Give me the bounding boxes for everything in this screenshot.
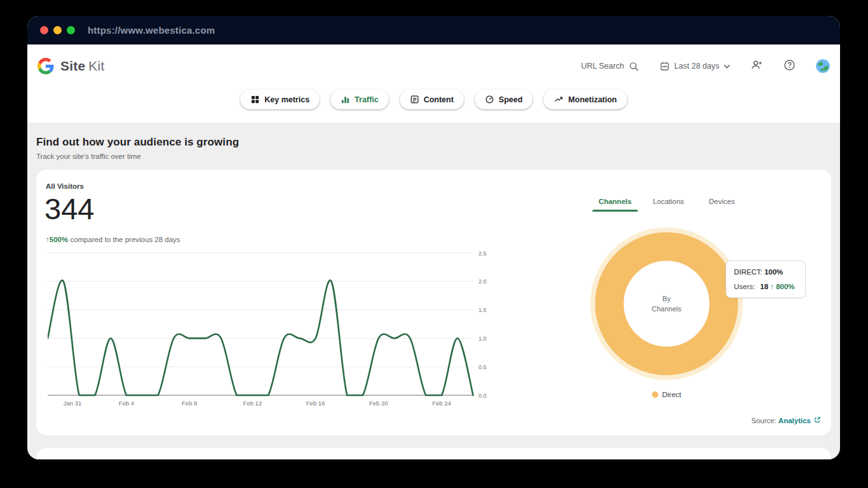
analytics-link[interactable]: Analytics — [778, 417, 811, 424]
brand-site: Site — [60, 58, 85, 73]
visitors-change: ↑500% compared to the previous 28 days — [46, 236, 180, 243]
up-arrow-icon: ↑ — [770, 283, 774, 290]
browser-titlebar: https://www.webestica.com — [27, 16, 840, 44]
channels-donut-chart[interactable]: By Channels — [587, 224, 746, 383]
add-user-icon[interactable] — [750, 58, 763, 74]
line-chart-svg: 0.00.51.01.52.02.5Jan 31Feb 4Feb 8Feb 12… — [48, 245, 492, 410]
svg-text:Feb 16: Feb 16 — [306, 400, 325, 407]
brand-kit: Kit — [88, 58, 104, 73]
svg-text:1.5: 1.5 — [478, 307, 487, 313]
calendar-icon — [660, 61, 670, 71]
window-controls — [40, 26, 75, 34]
tab-label: Traffic — [355, 95, 379, 104]
maximize-window-button[interactable] — [67, 26, 75, 34]
donut-center-label: By Channels — [587, 224, 746, 383]
all-visitors-value: 344 — [44, 191, 94, 226]
chevron-down-icon — [724, 62, 730, 71]
source-prefix: Source: — [751, 417, 776, 424]
close-window-button[interactable] — [40, 26, 48, 34]
url-search-button[interactable]: URL Search — [581, 61, 639, 72]
google-g-icon — [37, 58, 54, 74]
svg-text:Feb 12: Feb 12 — [243, 400, 262, 407]
minimize-window-button[interactable] — [53, 26, 62, 34]
svg-text:1.0: 1.0 — [478, 336, 487, 342]
donut-legend: Direct — [603, 391, 730, 398]
svg-text:Feb 24: Feb 24 — [432, 400, 451, 407]
url-search-label: URL Search — [581, 62, 624, 71]
browser-window: https://www.webestica.com SiteKit URL Se… — [27, 16, 840, 459]
brand-text: SiteKit — [60, 58, 104, 74]
change-percent: 500% — [50, 236, 68, 243]
svg-text:Feb 20: Feb 20 — [369, 400, 388, 407]
tab-label: Monetization — [568, 95, 616, 104]
speed-icon — [485, 95, 494, 104]
user-avatar[interactable] — [816, 59, 830, 73]
svg-text:0.5: 0.5 — [478, 364, 487, 370]
tooltip-users-value: 18 — [760, 283, 768, 290]
address-bar-url[interactable]: https://www.webestica.com — [88, 25, 215, 36]
legend-color-dot — [652, 391, 658, 398]
trend-icon — [553, 95, 564, 104]
svg-text:2.0: 2.0 — [478, 278, 487, 285]
tab-content[interactable]: Content — [400, 90, 464, 109]
section-subtitle: Track your site’s traffic over time — [36, 152, 831, 160]
all-visitors-label: All Visitors — [46, 182, 84, 190]
search-icon — [628, 61, 639, 72]
tooltip-channel-value: 100% — [764, 268, 783, 276]
svg-text:Jan 31: Jan 31 — [64, 400, 82, 407]
tab-label: Speed — [499, 95, 523, 104]
grid-icon — [250, 95, 260, 104]
tooltip-users-label: Users: — [734, 283, 755, 290]
tooltip-users-change: 800% — [776, 283, 794, 290]
svg-text:Feb 4: Feb 4 — [119, 400, 134, 407]
tab-locations[interactable]: Locations — [642, 198, 695, 212]
section-title: Find out how your audience is growing — [36, 136, 831, 149]
donut-tooltip: DIRECT: 100% Users: 18 ↑ 800% — [726, 261, 806, 298]
sitekit-logo[interactable]: SiteKit — [37, 58, 104, 74]
tab-traffic[interactable]: Traffic — [330, 90, 389, 109]
content-icon — [410, 95, 419, 104]
tab-devices[interactable]: Devices — [695, 198, 749, 212]
visitors-card: All Visitors 344 ↑500% compared to the p… — [36, 170, 831, 435]
audience-section-header: Find out how your audience is growing Tr… — [27, 123, 840, 160]
svg-text:Feb 8: Feb 8 — [182, 400, 197, 407]
tab-label: Key metrics — [264, 95, 309, 104]
visitors-line-chart[interactable]: 0.00.51.01.52.02.5Jan 31Feb 4Feb 8Feb 12… — [48, 245, 492, 410]
svg-text:2.5: 2.5 — [478, 250, 487, 257]
date-range-label: Last 28 days — [674, 62, 719, 71]
help-icon[interactable] — [783, 59, 796, 74]
header-actions: URL Search Last 28 days — [581, 58, 830, 74]
tab-key-metrics[interactable]: Key metrics — [240, 90, 320, 109]
tooltip-channel-label: DIRECT: — [734, 268, 763, 276]
sitekit-header: SiteKit URL Search Last 28 days — [27, 44, 840, 88]
svg-text:0.0: 0.0 — [478, 393, 487, 399]
dashboard-nav-tabs: Key metrics Traffic Content Speed Moneti… — [27, 88, 840, 123]
next-section-card — [36, 448, 831, 459]
legend-label: Direct — [662, 391, 681, 398]
bar-chart-icon — [341, 95, 350, 104]
tab-monetization[interactable]: Monetization — [543, 90, 627, 109]
source-attribution: Source: Analytics — [751, 416, 821, 424]
change-text: compared to the previous 28 days — [70, 236, 180, 243]
external-link-icon — [814, 416, 821, 424]
date-range-selector[interactable]: Last 28 days — [660, 61, 730, 71]
audience-breakdown-tabs: Channels Locations Devices — [588, 198, 749, 212]
tab-label: Content — [424, 95, 454, 104]
tab-channels[interactable]: Channels — [588, 198, 642, 212]
tab-speed[interactable]: Speed — [475, 90, 533, 109]
